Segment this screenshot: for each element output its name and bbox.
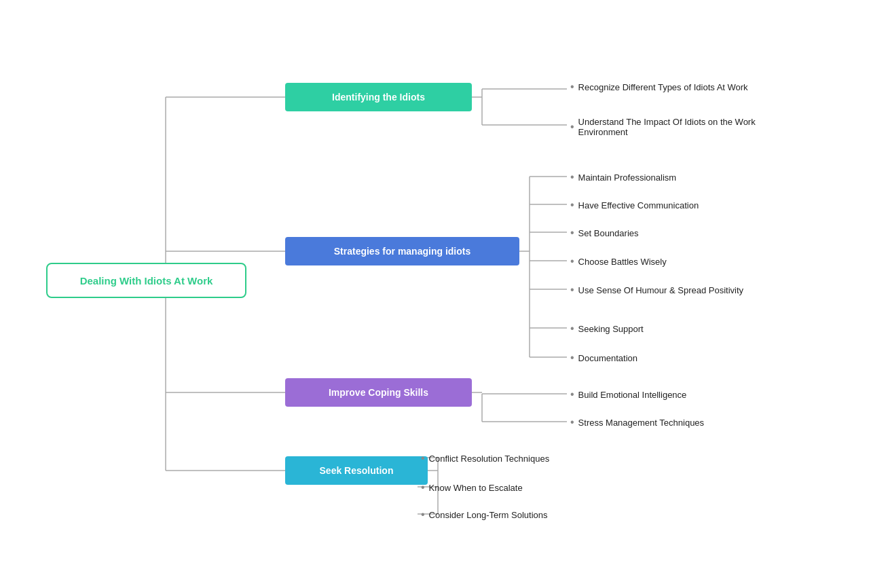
leaf-item: Know When to Escalate	[421, 481, 523, 494]
leaf-item: Documentation	[570, 352, 637, 364]
branch-node-1: Identifying the Idiots	[285, 83, 472, 111]
branch-node-4: Seek Resolution	[285, 456, 428, 485]
leaf-item: Consider Long-Term Solutions	[421, 509, 547, 521]
branch-node-3: Improve Coping Skills	[285, 378, 472, 407]
leaf-item: Seeking Support	[570, 323, 644, 335]
leaf-item: Choose Battles Wisely	[570, 255, 667, 268]
leaf-item: Set Boundaries	[570, 227, 639, 239]
leaf-item: Use Sense Of Humour & Spread Positivity	[570, 284, 743, 296]
leaf-item: Build Emotional Intelligence	[570, 388, 686, 401]
leaf-item: Recognize Different Types of Idiots At W…	[570, 81, 748, 93]
root-node: Dealing With Idiots At Work	[46, 263, 246, 298]
leaf-item: Maintain Professionalism	[570, 171, 676, 183]
leaf-item: Understand The Impact Of Idiots on the W…	[570, 117, 788, 137]
leaf-item: Have Effective Communication	[570, 199, 699, 211]
mind-map-canvas: Dealing With Idiots At WorkIdentifying t…	[0, 0, 869, 588]
leaf-item: Stress Management Techniques	[570, 416, 704, 428]
leaf-item: Conflict Resolution Techniques	[421, 452, 549, 464]
branch-node-2: Strategies for managing idiots	[285, 237, 519, 265]
